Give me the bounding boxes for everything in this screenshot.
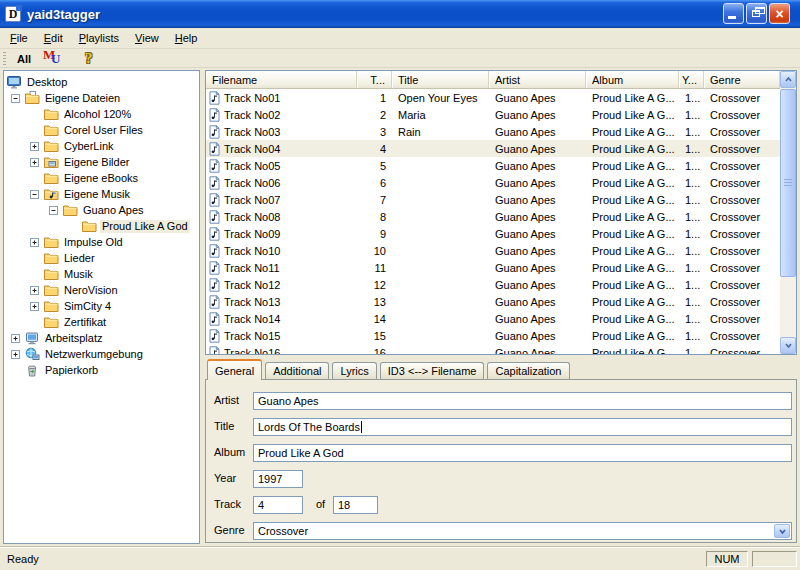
tree-item-label[interactable]: Proud Like A God <box>100 220 190 233</box>
tree-item-eigene-bilder[interactable]: Eigene Bilder <box>4 154 199 170</box>
tree-item-label[interactable]: Corel User Files <box>62 124 145 137</box>
tree-expand-minus-icon[interactable] <box>30 190 43 199</box>
mu-logo-icon[interactable]: M U <box>43 50 65 67</box>
tree-item-label[interactable]: Eigene eBooks <box>62 172 140 185</box>
tree-item-label[interactable]: Alcohol 120% <box>62 108 133 121</box>
table-row[interactable]: Track No022MariaGuano ApesProud Like A G… <box>206 106 780 123</box>
tab-id3-filename[interactable]: ID3 <--> Filename <box>380 362 485 379</box>
tree-item-label[interactable]: Lieder <box>62 252 97 265</box>
tree-item-label[interactable]: NeroVision <box>62 284 120 297</box>
tree-expand-minus-icon[interactable] <box>49 206 62 215</box>
tree-item-label[interactable]: Guano Apes <box>81 204 146 217</box>
genre-dropdown-button[interactable] <box>774 524 790 538</box>
year-field[interactable]: 1997 <box>253 470 303 488</box>
tree-item-proud-like-a-god[interactable]: Proud Like A God <box>4 218 199 234</box>
tree-item-alcohol-120-[interactable]: Alcohol 120% <box>4 106 199 122</box>
table-row[interactable]: Track No1111Guano ApesProud Like A G...1… <box>206 259 780 276</box>
column-header-album[interactable]: Album <box>586 71 679 88</box>
artist-field[interactable]: Guano Apes <box>253 392 792 410</box>
menu-help[interactable]: Help <box>167 29 206 47</box>
track-total-field[interactable]: 18 <box>333 496 378 514</box>
table-row[interactable]: Track No1414Guano ApesProud Like A G...1… <box>206 310 780 327</box>
tree-item-label[interactable]: SimCity 4 <box>62 300 113 313</box>
tab-lyrics[interactable]: Lyrics <box>332 362 376 379</box>
track-number-field[interactable]: 4 <box>253 496 303 514</box>
tab-additional[interactable]: Additional <box>265 362 329 379</box>
album-field[interactable]: Proud Like A God <box>253 444 792 462</box>
tree-item-papierkorb[interactable]: Papierkorb <box>4 362 199 378</box>
tree-item-label[interactable]: Eigene Bilder <box>62 156 131 169</box>
tree-expand-plus-icon[interactable] <box>30 302 43 311</box>
select-all-button[interactable]: All <box>17 53 31 65</box>
tree-item-label[interactable]: Arbeitsplatz <box>43 332 104 345</box>
tree-item-eigene-dateien[interactable]: Eigene Dateien <box>4 90 199 106</box>
menu-file[interactable]: File <box>2 29 36 47</box>
tree-item-musik[interactable]: Musik <box>4 266 199 282</box>
tree-item-label[interactable]: Zertifikat <box>62 316 108 329</box>
tree-item-cyberlink[interactable]: CyberLink <box>4 138 199 154</box>
scrollbar-thumb[interactable] <box>780 89 796 277</box>
tab-capitalization[interactable]: Capitalization <box>487 362 569 379</box>
tree-item-label[interactable]: Eigene Musik <box>62 188 132 201</box>
minimize-button[interactable] <box>723 3 744 24</box>
menu-view[interactable]: View <box>127 29 167 47</box>
tree-item-desktop[interactable]: Desktop <box>4 74 199 90</box>
table-row[interactable]: Track No088Guano ApesProud Like A G...1.… <box>206 208 780 225</box>
table-row[interactable]: Track No1212Guano ApesProud Like A G...1… <box>206 276 780 293</box>
table-row[interactable]: Track No099Guano ApesProud Like A G...1.… <box>206 225 780 242</box>
table-row[interactable]: Track No1010Guano ApesProud Like A G...1… <box>206 242 780 259</box>
tree-item-netzwerkumgebung[interactable]: Netzwerkumgebung <box>4 346 199 362</box>
table-row[interactable]: Track No033RainGuano ApesProud Like A G.… <box>206 123 780 140</box>
close-button[interactable]: × <box>769 3 790 24</box>
table-row[interactable]: Track No055Guano ApesProud Like A G...1.… <box>206 157 780 174</box>
toolbar-grip[interactable] <box>3 52 6 65</box>
tree-item-simcity-4[interactable]: SimCity 4 <box>4 298 199 314</box>
table-row[interactable]: Track No011Open Your EyesGuano ApesProud… <box>206 89 780 106</box>
genre-combobox[interactable]: Crossover <box>253 522 792 540</box>
table-row[interactable]: Track No044Guano ApesProud Like A G...1.… <box>206 140 780 157</box>
tree-expand-plus-icon[interactable] <box>30 142 43 151</box>
help-icon[interactable]: ? <box>85 50 93 67</box>
table-row[interactable]: Track No1616Guano ApesProud Like A G...1… <box>206 344 780 354</box>
tree-expand-plus-icon[interactable] <box>11 350 24 359</box>
tree-item-label[interactable]: Impulse Old <box>62 236 125 249</box>
tree-item-eigene-musik[interactable]: Eigene Musik <box>4 186 199 202</box>
tree-expand-minus-icon[interactable] <box>11 94 24 103</box>
column-header-artist[interactable]: Artist <box>489 71 586 88</box>
tree-expand-plus-icon[interactable] <box>30 158 43 167</box>
column-header-t[interactable]: T... <box>357 71 392 88</box>
tree-item-lieder[interactable]: Lieder <box>4 250 199 266</box>
tree-item-eigene-ebooks[interactable]: Eigene eBooks <box>4 170 199 186</box>
column-header-filename[interactable]: Filename <box>206 71 357 88</box>
scroll-up-button[interactable] <box>780 71 796 88</box>
column-header-title[interactable]: Title <box>392 71 489 88</box>
table-row[interactable]: Track No1515Guano ApesProud Like A G...1… <box>206 327 780 344</box>
tree-item-guano-apes[interactable]: Guano Apes <box>4 202 199 218</box>
tree-item-corel-user-files[interactable]: Corel User Files <box>4 122 199 138</box>
restore-button[interactable] <box>746 3 767 24</box>
tree-item-label[interactable]: CyberLink <box>62 140 116 153</box>
table-row[interactable]: Track No1313Guano ApesProud Like A G...1… <box>206 293 780 310</box>
tree-item-label[interactable]: Eigene Dateien <box>43 92 122 105</box>
tab-general[interactable]: General <box>207 359 262 380</box>
tree-item-label[interactable]: Desktop <box>25 76 69 89</box>
tree-item-label[interactable]: Musik <box>62 268 95 281</box>
tree-expand-plus-icon[interactable] <box>30 238 43 247</box>
scroll-down-button[interactable] <box>780 337 796 354</box>
table-row[interactable]: Track No066Guano ApesProud Like A G...1.… <box>206 174 780 191</box>
tree-item-arbeitsplatz[interactable]: Arbeitsplatz <box>4 330 199 346</box>
tree-item-zertifikat[interactable]: Zertifikat <box>4 314 199 330</box>
table-row[interactable]: Track No077Guano ApesProud Like A G...1.… <box>206 191 780 208</box>
tree-item-impulse-old[interactable]: Impulse Old <box>4 234 199 250</box>
column-header-genre[interactable]: Genre <box>704 71 780 88</box>
menu-playlists[interactable]: Playlists <box>71 29 127 47</box>
menu-edit[interactable]: Edit <box>36 29 71 47</box>
vertical-scrollbar[interactable] <box>780 71 796 354</box>
column-header-y[interactable]: Y... <box>679 71 704 88</box>
title-field[interactable]: Lords Of The Boards <box>253 418 792 436</box>
tree-item-label[interactable]: Papierkorb <box>43 364 100 377</box>
tree-expand-plus-icon[interactable] <box>11 334 24 343</box>
tree-item-label[interactable]: Netzwerkumgebung <box>43 348 145 361</box>
tree-expand-plus-icon[interactable] <box>30 286 43 295</box>
tree-item-nerovision[interactable]: NeroVision <box>4 282 199 298</box>
